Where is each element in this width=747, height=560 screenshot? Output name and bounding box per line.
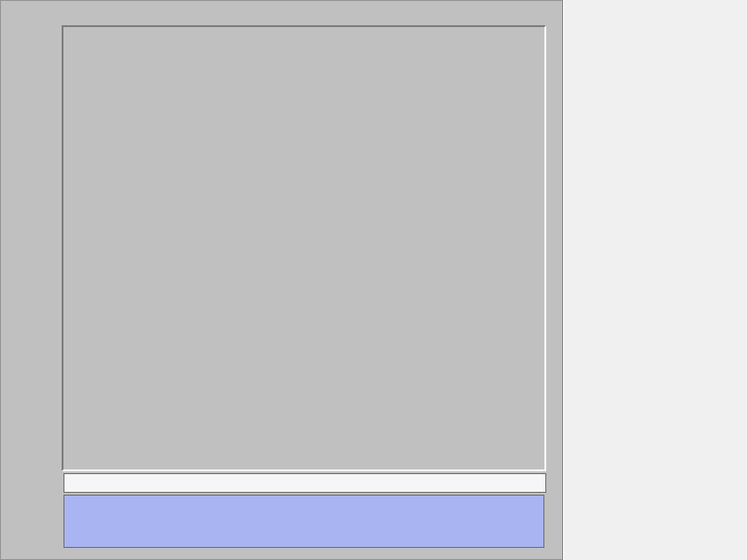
- section-values-table: [63, 495, 544, 548]
- app-window: [0, 0, 747, 560]
- section-header: [63, 473, 546, 493]
- x-axis: [65, 6, 544, 22]
- y-axis: [11, 0, 58, 560]
- elevation-profile-chart[interactable]: [65, 29, 544, 468]
- sidebar: [562, 0, 747, 560]
